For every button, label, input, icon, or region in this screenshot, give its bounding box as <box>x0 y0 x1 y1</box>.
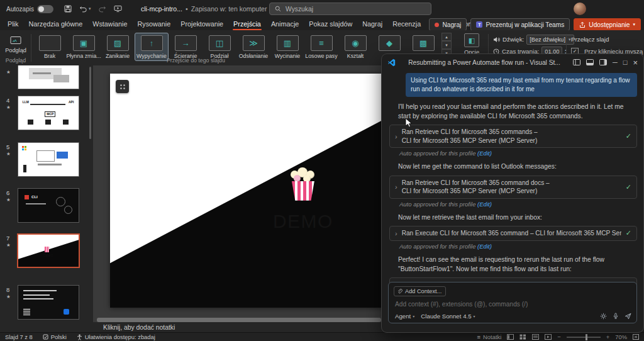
chat-input-box[interactable]: Add Context... Add context (#), extensio… <box>388 282 637 323</box>
transition-losowe-pasy[interactable]: ≡Losowe pasy <box>304 33 338 61</box>
slide-number: 5 <box>6 143 9 150</box>
share-button[interactable]: Udostępnianie ▾ <box>574 18 641 31</box>
sound-label: Dźwięk: <box>502 36 524 43</box>
edit-link[interactable]: (Edit) <box>477 201 492 208</box>
user-message: Using CLI for Microsoft 365 read my last… <box>406 73 637 97</box>
tab-animacje[interactable]: Animacje <box>266 18 304 30</box>
redo-icon[interactable] <box>98 5 106 13</box>
tool-call-execute-command[interactable]: › Ran Execute CLI for Microsoft 365 comm… <box>389 226 637 241</box>
transition-wycinanie[interactable]: ▥Wycinanie <box>270 33 304 61</box>
mic-icon[interactable] <box>613 313 619 320</box>
check-icon: ✓ <box>626 183 631 191</box>
add-context-button[interactable]: Add Context... <box>394 286 446 296</box>
demo-text[interactable]: DEMO <box>273 211 333 232</box>
agent-selector[interactable]: Agent▾ <box>395 313 414 320</box>
effect-options-icon: ◧ <box>464 33 479 47</box>
reading-view-icon[interactable] <box>532 334 539 340</box>
accessibility-icon <box>77 334 82 340</box>
tab-wstawianie[interactable]: Wstawianie <box>87 18 132 30</box>
transition-brak[interactable]: Brak <box>33 33 67 61</box>
tab-projektowanie[interactable]: Projektowanie <box>175 18 228 30</box>
slide-thumbnail-7-selected[interactable]: DEMO <box>17 233 80 268</box>
slide-number: 7 <box>6 235 9 242</box>
layout-secondary-sidebar-icon[interactable] <box>599 59 607 65</box>
thumbnail-scrollbar[interactable] <box>89 67 91 139</box>
transition-ksztalt[interactable]: ◉Kształt <box>338 33 372 61</box>
animation-star-icon: ★ <box>6 242 11 248</box>
slide-sorter-view-icon[interactable] <box>519 334 526 340</box>
user-avatar[interactable] <box>574 3 586 15</box>
close-button[interactable]: × <box>633 58 638 67</box>
tab-nagraj[interactable]: Nagraj <box>357 18 387 30</box>
search-input[interactable]: Wyszukaj <box>269 3 431 15</box>
tab-rysowanie[interactable]: Rysowanie <box>132 18 175 30</box>
slideshow-view-icon[interactable] <box>545 334 552 340</box>
document-title[interactable]: cli-mcp-intro... • Zapisano w: ten kompu… <box>141 0 272 18</box>
undo-icon[interactable]: ▾ <box>79 5 91 13</box>
zoom-slider[interactable] <box>567 337 601 338</box>
preview-button[interactable]: Podgląd <box>2 32 30 57</box>
animation-star-icon: ★ <box>6 294 11 299</box>
layout-panel-icon[interactable] <box>586 59 594 65</box>
slide-thumbnail-panel: ★ 4 ★ LLM API MCP 5 ★ 6 ★ CLI 7 ★ DEMO <box>0 65 93 333</box>
autosave-label: Autozapis <box>6 6 34 13</box>
autosave-control[interactable]: Autozapis <box>6 5 53 13</box>
tab-pokaz-slajdow[interactable]: Pokaz slajdów <box>304 18 357 30</box>
accessibility-status[interactable]: Ułatwienia dostępu: zbadaj <box>77 333 155 340</box>
model-selector[interactable]: Claude Sonnet 4.5▾ <box>421 313 475 320</box>
tab-narzedzia-glowne[interactable]: Narzędzia główne <box>23 18 87 30</box>
gallery-scroll-down-button[interactable]: ▾ <box>441 41 452 49</box>
zoom-slider-thumb[interactable] <box>586 334 587 340</box>
horizontal-scrollbar[interactable] <box>97 318 381 322</box>
save-icon[interactable] <box>64 5 72 13</box>
transition-zanikanie[interactable]: ▨Zanikanie <box>101 33 135 61</box>
gallery-scroll-up-button[interactable]: ▴ <box>441 33 452 41</box>
vscode-title-bar[interactable]: Resubmitting a Power Automate flow run -… <box>382 54 643 70</box>
tool-call-retrieve-commands[interactable]: › Ran Retrieve CLI for Microsoft 365 com… <box>389 125 637 148</box>
slide-thumbnail-3[interactable] <box>18 65 79 89</box>
auto-approved-note: Auto approved for this profile (Edit) <box>399 243 637 250</box>
tab-przejscia[interactable]: Przejścia <box>228 18 266 30</box>
autosave-toggle[interactable] <box>37 5 53 13</box>
sound-dropdown[interactable]: [Bez dźwięku]▾ <box>526 35 574 45</box>
transition-plynna-zmiana[interactable]: ▣Płynna zmia... <box>67 33 101 61</box>
zoom-level[interactable]: 70% <box>615 333 627 340</box>
edit-link[interactable]: (Edit) <box>477 150 492 157</box>
assistant-message: Perfect! I can see the email is requesti… <box>398 255 635 274</box>
transition-odslanianie[interactable]: ≫Odsłanianie <box>236 33 270 61</box>
edit-link[interactable]: (Edit) <box>477 243 492 250</box>
slide-thumbnail-5[interactable] <box>18 142 79 177</box>
slide-thumbnail-6[interactable]: CLI <box>18 188 79 223</box>
transition-morph-icon: ▣ <box>73 35 95 51</box>
notes-toggle[interactable]: ≡ Notatki <box>477 333 502 340</box>
fit-to-window-icon[interactable] <box>633 334 639 340</box>
floating-tool-button[interactable] <box>116 80 129 93</box>
maximize-button[interactable]: □ <box>623 59 628 66</box>
popcorn-graphic[interactable] <box>289 167 317 201</box>
transition-shape-icon: ◉ <box>345 35 367 51</box>
zoom-out-button[interactable]: − <box>557 333 560 340</box>
language-selector[interactable]: Polski <box>43 333 67 340</box>
record-button[interactable]: Nagraj <box>429 18 467 31</box>
transition-wypychanie-selected[interactable]: ↑Wypychanie <box>135 33 169 61</box>
present-in-teams-button[interactable]: T Prezentuj w aplikacji Teams <box>470 18 570 31</box>
slideshow-icon[interactable] <box>114 5 122 13</box>
slide-thumbnail-4[interactable]: LLM API MCP <box>18 96 79 130</box>
record-dot-icon <box>435 23 439 27</box>
send-icon[interactable] <box>625 313 631 320</box>
minimize-button[interactable]: ─ <box>613 59 618 66</box>
slide-number: 8 <box>6 286 9 293</box>
auto-approved-note: Auto approved for this profile (Edit) <box>399 150 637 157</box>
tools-icon[interactable] <box>600 313 607 320</box>
preview-icon <box>10 36 21 45</box>
transition-wipe-icon: → <box>175 35 197 51</box>
slide-thumbnail-8[interactable] <box>18 285 79 320</box>
zoom-in-button[interactable]: + <box>606 333 609 340</box>
effect-options-button[interactable]: ◧ Opcje <box>458 33 486 55</box>
chevron-right-icon: › <box>395 230 397 237</box>
tab-plik[interactable]: Plik <box>3 18 23 30</box>
tab-recenzja[interactable]: Recenzja <box>387 18 426 30</box>
layout-sidebar-icon[interactable] <box>573 59 580 65</box>
normal-view-icon[interactable] <box>507 334 514 340</box>
tool-call-retrieve-docs[interactable]: › Ran Retrieve CLI for Microsoft 365 com… <box>389 176 637 199</box>
